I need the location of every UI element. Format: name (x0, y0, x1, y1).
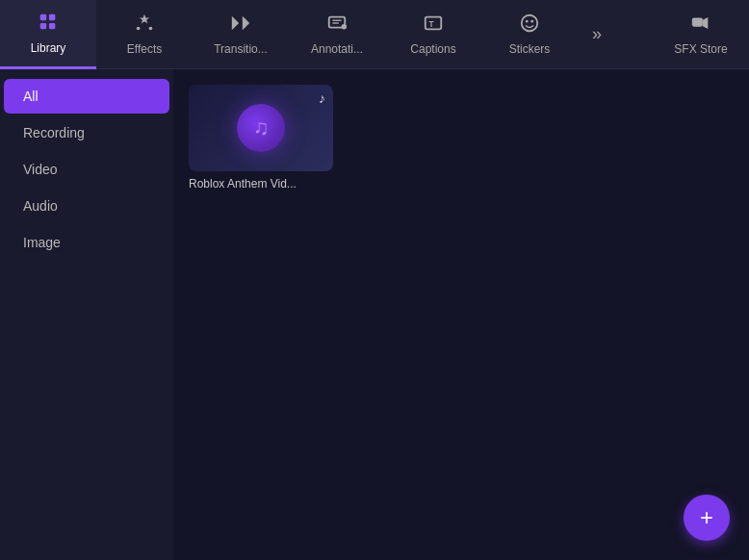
effects-icon (134, 13, 155, 38)
media-card-roblox[interactable]: ♪ ♫ Roblox Anthem Vid... (189, 85, 333, 191)
sidebar-item-all[interactable]: All (4, 79, 169, 114)
nav-item-captions[interactable]: T Captions (385, 0, 481, 69)
sidebar-item-recording[interactable]: Recording (4, 115, 169, 150)
sidebar-item-video[interactable]: Video (4, 152, 169, 187)
svg-point-14 (522, 15, 538, 32)
annotations-icon (326, 13, 348, 38)
nav-label-sfx: SFX Store (674, 42, 727, 56)
sidebar-label-all: All (23, 89, 39, 104)
svg-rect-0 (40, 13, 46, 19)
more-icon: » (592, 24, 602, 44)
sidebar-label-audio: Audio (23, 198, 58, 214)
top-nav: Library Effects Transitio... (0, 0, 749, 69)
stickers-icon (519, 13, 540, 38)
nav-item-annotations[interactable]: Annotati... (289, 0, 385, 69)
nav-label-annotations: Annotati... (311, 42, 363, 56)
music-note-center-icon: ♫ (253, 115, 270, 140)
svg-point-16 (530, 20, 533, 23)
captions-icon: T (423, 13, 444, 38)
svg-rect-2 (49, 13, 55, 19)
media-grid: ♪ ♫ Roblox Anthem Vid... (189, 85, 734, 191)
sidebar-label-video: Video (23, 162, 58, 177)
fab-add-button[interactable]: + (684, 495, 730, 541)
nav-item-library[interactable]: Library (0, 0, 96, 69)
nav-label-effects: Effects (127, 42, 162, 56)
svg-text:T: T (428, 20, 433, 29)
nav-label-library: Library (31, 41, 66, 55)
svg-rect-3 (49, 22, 55, 28)
music-circle: ♫ (237, 104, 285, 152)
svg-point-9 (342, 24, 348, 29)
nav-item-transitions[interactable]: Transitio... (193, 0, 289, 69)
nav-label-stickers: Stickers (509, 42, 551, 56)
svg-rect-17 (692, 18, 703, 27)
nav-label-transitions: Transitio... (214, 42, 268, 56)
media-thumbnail-roblox: ♪ ♫ (189, 85, 333, 171)
content-area: ♪ ♫ Roblox Anthem Vid... + (173, 69, 749, 560)
svg-rect-1 (40, 22, 46, 28)
sidebar-item-audio[interactable]: Audio (4, 189, 169, 223)
nav-item-effects[interactable]: Effects (96, 0, 193, 69)
sidebar: All Recording Video Audio Image (0, 69, 173, 560)
nav-item-stickers[interactable]: Stickers (481, 0, 578, 69)
nav-more-button[interactable]: » (578, 0, 616, 69)
fab-plus-icon: + (700, 504, 713, 531)
transitions-icon (230, 13, 251, 38)
main-layout: All Recording Video Audio Image ♪ ♫ Rob (0, 69, 749, 560)
svg-marker-7 (243, 16, 249, 31)
svg-point-5 (149, 27, 153, 31)
nav-label-captions: Captions (410, 42, 455, 56)
library-icon (38, 12, 59, 38)
sidebar-label-recording: Recording (23, 125, 85, 140)
sidebar-item-image[interactable]: Image (4, 225, 169, 260)
nav-item-sfx[interactable]: SFX Store (653, 0, 749, 69)
svg-marker-6 (232, 16, 239, 31)
svg-point-15 (526, 20, 529, 23)
sfx-icon (690, 13, 711, 38)
sidebar-label-image: Image (23, 235, 61, 250)
music-note-corner-icon: ♪ (319, 90, 325, 106)
media-title-roblox: Roblox Anthem Vid... (189, 177, 333, 191)
svg-point-4 (137, 27, 141, 31)
